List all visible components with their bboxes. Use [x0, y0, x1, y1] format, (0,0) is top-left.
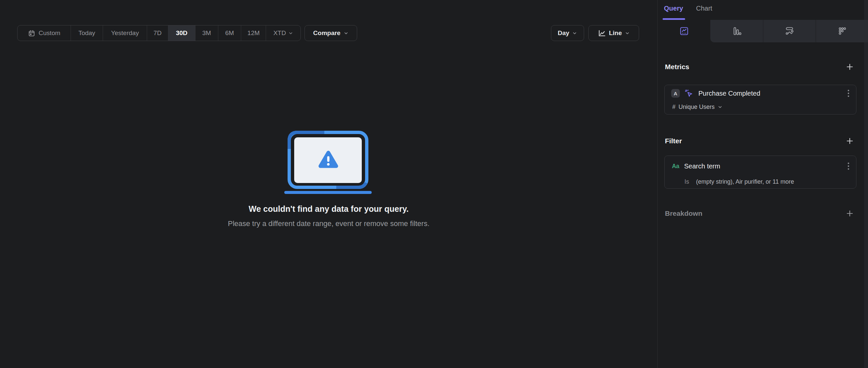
line-chart-icon — [598, 29, 606, 37]
app-window: Custom Today Yesterday 7D 30D 3M 6M 12M … — [0, 0, 868, 368]
date-range-group: Custom Today Yesterday 7D 30D 3M 6M 12M … — [17, 25, 301, 41]
date-range-12m[interactable]: 12M — [241, 26, 266, 41]
flows-icon — [784, 26, 795, 36]
calendar-icon — [28, 29, 35, 37]
breakdown-heading: Breakdown — [665, 209, 702, 218]
chart-type-label: Line — [609, 29, 622, 37]
sidebar-tab-bar: Query Chart — [658, 0, 868, 20]
date-range-custom[interactable]: Custom — [18, 26, 71, 41]
date-range-7d[interactable]: 7D — [147, 26, 168, 41]
metric-row-aggregation[interactable]: # Unique Users — [672, 103, 722, 111]
metric-event-name[interactable]: Purchase Completed — [699, 90, 760, 97]
metric-letter-badge: A — [671, 89, 680, 98]
retention-icon — [837, 26, 847, 36]
chevron-down-icon — [718, 105, 722, 109]
chevron-down-icon — [344, 31, 348, 36]
plus-icon — [845, 63, 854, 71]
tab-chart[interactable]: Chart — [696, 5, 712, 12]
add-filter-button[interactable] — [845, 136, 855, 145]
filter-operator[interactable]: Is — [684, 178, 689, 185]
view-tab-retention[interactable] — [816, 20, 868, 42]
chevron-down-icon — [288, 31, 293, 36]
metric-menu-button[interactable] — [844, 88, 853, 98]
date-range-6m[interactable]: 6M — [218, 26, 242, 41]
metric-card[interactable]: A Purchase Completed # Unique Users — [664, 85, 857, 114]
date-range-3m[interactable]: 3M — [195, 26, 218, 41]
date-range-label: Yesterday — [111, 29, 139, 37]
view-tab-insights-active[interactable] — [658, 20, 710, 42]
view-tab-flows[interactable] — [763, 20, 816, 42]
date-range-30d-selected[interactable]: 30D — [168, 26, 195, 41]
filter-row-condition[interactable]: Is (empty string), Air purifier, or 11 m… — [684, 178, 794, 186]
compare-label: Compare — [313, 29, 340, 37]
kebab-icon — [847, 162, 849, 170]
plus-icon — [845, 209, 854, 218]
chart-type-dropdown[interactable]: Line — [588, 25, 639, 41]
date-range-label: Custom — [39, 29, 60, 37]
chevron-down-icon — [572, 31, 577, 36]
sidebar-scrollbar[interactable] — [864, 0, 868, 368]
kebab-icon — [847, 89, 849, 97]
date-range-label: 6M — [225, 29, 234, 37]
chevron-down-icon — [625, 31, 630, 36]
laptop-warning-icon — [284, 130, 372, 195]
plus-icon — [845, 137, 854, 145]
filter-values[interactable]: (empty string), Air purifier, or 11 more — [696, 178, 794, 185]
view-type-tabs — [658, 20, 868, 42]
add-metric-button[interactable] — [845, 62, 855, 71]
bar-chart-icon — [732, 26, 742, 36]
date-range-label: 3M — [202, 29, 211, 37]
string-property-icon: Aa — [672, 163, 679, 170]
date-range-label: 7D — [153, 29, 161, 37]
filter-heading: Filter — [665, 137, 682, 145]
granularity-label: Day — [558, 29, 569, 37]
metric-row-event: A Purchase Completed — [671, 88, 760, 98]
event-click-icon — [684, 88, 694, 98]
empty-state-subtitle: Please try a different date range, event… — [0, 220, 657, 228]
date-range-label: XTD — [273, 29, 286, 37]
date-range-today[interactable]: Today — [71, 26, 103, 41]
granularity-dropdown[interactable]: Day — [551, 25, 584, 41]
date-range-label: 30D — [176, 29, 187, 37]
date-range-label: 12M — [247, 29, 260, 37]
query-builder-sidebar: Query Chart — [657, 0, 868, 368]
date-range-yesterday[interactable]: Yesterday — [103, 26, 147, 41]
compare-button[interactable]: Compare — [305, 25, 357, 41]
filter-row-property: Aa Search term — [672, 162, 720, 170]
filter-property-name[interactable]: Search term — [684, 163, 720, 170]
filter-card[interactable]: Aa Search term Is (empty string), Air pu… — [664, 156, 857, 189]
view-tab-bar-chart[interactable] — [710, 20, 763, 42]
tab-query[interactable]: Query — [664, 5, 683, 12]
hash-icon: # — [672, 104, 676, 110]
insights-icon — [679, 26, 689, 36]
filter-menu-button[interactable] — [844, 161, 853, 171]
date-range-xtd[interactable]: XTD — [266, 26, 301, 41]
aggregation-dropdown[interactable]: Unique Users — [679, 104, 715, 110]
metrics-heading: Metrics — [665, 63, 689, 71]
empty-state-title: We couldn't find any data for your query… — [0, 204, 657, 214]
add-breakdown-button[interactable] — [845, 209, 855, 218]
date-range-label: Today — [79, 29, 95, 37]
